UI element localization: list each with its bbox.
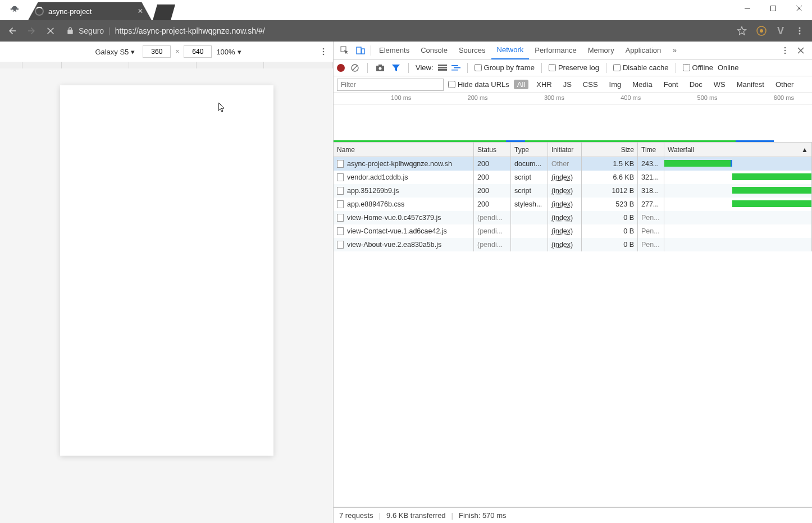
col-header-size[interactable]: Size <box>582 143 638 157</box>
offline-checkbox[interactable]: Offline <box>683 63 713 72</box>
record-button[interactable] <box>337 64 345 72</box>
tab-console[interactable]: Console <box>415 42 453 59</box>
waterfall-bar <box>732 173 811 180</box>
tab-application[interactable]: Application <box>620 42 667 59</box>
device-frame[interactable] <box>60 85 273 456</box>
filter-chip-font[interactable]: Font <box>660 80 682 89</box>
zoom-select[interactable]: 100% ▾ <box>216 48 241 56</box>
browser-menu-button[interactable] <box>792 23 808 39</box>
filter-chip-xhr[interactable]: XHR <box>533 80 555 89</box>
new-tab-button[interactable] <box>153 4 175 20</box>
minimize-button[interactable] <box>735 0 760 17</box>
svg-point-4 <box>12 10 14 12</box>
filter-chip-doc[interactable]: Doc <box>686 80 706 89</box>
tab-performance[interactable]: Performance <box>529 42 582 59</box>
device-height-input[interactable] <box>184 45 212 58</box>
table-row[interactable]: app.e889476b.css200stylesh...(index)523 … <box>334 198 812 211</box>
svg-line-25 <box>353 66 357 70</box>
initiator-link[interactable]: (index) <box>551 241 573 249</box>
timeline-overview[interactable] <box>334 104 812 143</box>
preserve-log-checkbox[interactable]: Preserve log <box>549 63 599 72</box>
devtools-tabs: Elements Console Sources Network Perform… <box>334 42 812 59</box>
initiator-link: Other <box>551 160 569 168</box>
device-toolbar: Galaxy S5 ▾ × 100% ▾ <box>0 42 333 62</box>
device-menu-button[interactable] <box>320 48 327 56</box>
device-viewport <box>0 68 333 523</box>
table-row[interactable]: view-About-vue.2.ea830a5b.js(pendi...(in… <box>334 238 812 251</box>
clear-button[interactable] <box>349 62 361 74</box>
stop-reload-button[interactable] <box>43 23 58 39</box>
view-small-button[interactable] <box>451 65 460 71</box>
device-width-input[interactable] <box>143 45 171 58</box>
disable-cache-checkbox[interactable]: Disable cache <box>613 63 669 72</box>
waterfall-bar <box>732 200 811 207</box>
status-finish: Finish: 570 ms <box>459 511 507 520</box>
screenshot-button[interactable] <box>375 62 386 74</box>
device-mode-button[interactable] <box>353 43 368 58</box>
inspect-element-button[interactable] <box>337 43 353 58</box>
filter-chip-manifest[interactable]: Manifest <box>733 80 768 89</box>
devtools-panel: Elements Console Sources Network Perform… <box>334 42 812 523</box>
request-name: app.351269b9.js <box>347 187 399 195</box>
extension-icon-2[interactable]: V <box>773 23 788 39</box>
svg-rect-33 <box>454 67 460 68</box>
tab-memory[interactable]: Memory <box>582 42 620 59</box>
table-row[interactable]: async-project-kplhwqgnze.now.sh200docum.… <box>334 157 812 171</box>
tab-close-button[interactable]: × <box>136 7 145 16</box>
svg-point-15 <box>323 54 325 56</box>
request-name: view-Contact-vue.1.ad6cae42.js <box>347 227 447 235</box>
maximize-button[interactable] <box>760 0 786 17</box>
filter-chip-media[interactable]: Media <box>629 80 655 89</box>
table-row[interactable]: view-Contact-vue.1.ad6cae42.js(pendi...(… <box>334 224 812 238</box>
svg-point-12 <box>799 33 801 35</box>
tab-sources[interactable]: Sources <box>453 42 491 59</box>
initiator-link[interactable]: (index) <box>551 173 573 181</box>
svg-rect-17 <box>357 47 361 54</box>
col-header-time[interactable]: Time <box>638 143 664 157</box>
bookmark-star-icon[interactable] <box>737 26 750 36</box>
table-row[interactable]: view-Home-vue.0.c457c379.js(pendi...(ind… <box>334 211 812 224</box>
view-large-button[interactable] <box>438 65 447 71</box>
filter-chip-img[interactable]: Img <box>606 80 625 89</box>
filter-chip-other[interactable]: Other <box>772 80 797 89</box>
devtools-close-button[interactable] <box>793 43 809 58</box>
initiator-link[interactable]: (index) <box>551 187 573 195</box>
back-button[interactable] <box>4 23 20 39</box>
col-header-type[interactable]: Type <box>511 143 548 157</box>
group-by-frame-checkbox[interactable]: Group by frame <box>475 63 535 72</box>
chevron-down-icon: ▾ <box>131 48 135 56</box>
filter-toggle-button[interactable] <box>390 62 402 74</box>
table-row[interactable]: vendor.add1cddb.js200script(index)6.6 KB… <box>334 171 812 184</box>
loading-spinner-icon <box>35 7 44 16</box>
devtools-menu-button[interactable] <box>777 43 793 58</box>
zoom-value: 100% <box>216 48 235 56</box>
filter-input[interactable] <box>337 79 444 91</box>
col-header-name[interactable]: Name <box>334 143 474 157</box>
browser-tab[interactable]: async-project × <box>28 2 152 20</box>
table-row[interactable]: app.351269b9.js200script(index)1012 B318… <box>334 184 812 198</box>
svg-rect-29 <box>438 65 447 66</box>
extension-icon-1[interactable] <box>754 23 769 39</box>
more-tabs-button[interactable]: » <box>667 43 682 58</box>
network-toolbar: View: Group by frame Preserve log Disabl… <box>334 59 812 76</box>
col-header-waterfall[interactable]: Waterfall▲ <box>664 143 812 157</box>
online-select[interactable]: Online <box>718 63 739 72</box>
svg-point-11 <box>799 30 801 32</box>
col-header-initiator[interactable]: Initiator <box>548 143 582 157</box>
tab-elements[interactable]: Elements <box>373 42 415 59</box>
filter-chip-all[interactable]: All <box>514 80 528 89</box>
filter-chip-js[interactable]: JS <box>560 80 575 89</box>
initiator-link[interactable]: (index) <box>551 200 573 208</box>
col-header-status[interactable]: Status <box>474 143 511 157</box>
timeline-ruler[interactable]: 100 ms 200 ms 300 ms 400 ms 500 ms 600 m… <box>334 93 812 104</box>
filter-chip-css[interactable]: CSS <box>580 80 601 89</box>
close-window-button[interactable] <box>786 0 812 17</box>
tab-network[interactable]: Network <box>491 42 530 59</box>
forward-button[interactable] <box>24 23 39 39</box>
initiator-link[interactable]: (index) <box>551 227 573 235</box>
filter-chip-ws[interactable]: WS <box>710 80 729 89</box>
device-select[interactable]: Galaxy S5 ▾ <box>92 47 138 57</box>
hide-data-urls-checkbox[interactable]: Hide data URLs <box>448 80 509 89</box>
address-bar[interactable]: Seguro | https://async-project-kplhwqgnz… <box>62 23 733 39</box>
initiator-link[interactable]: (index) <box>551 214 573 222</box>
